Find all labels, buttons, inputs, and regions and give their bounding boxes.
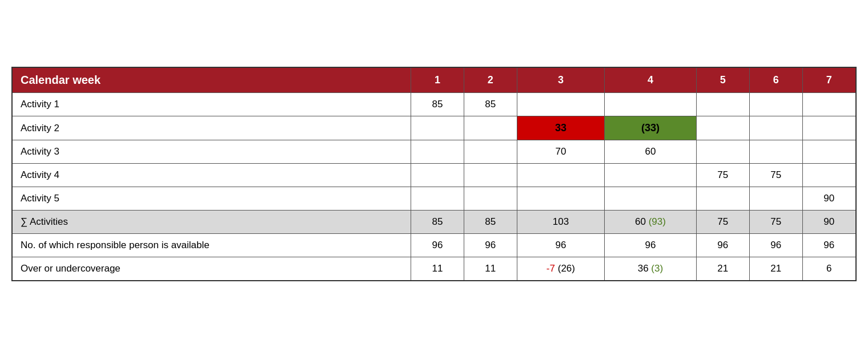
activity-1-row: Activity 1 85 85 — [12, 93, 856, 116]
header-col3: 3 — [517, 67, 604, 93]
sum-w7: 90 — [802, 211, 856, 234]
activity-3-label: Activity 3 — [12, 140, 411, 164]
responsible-w1: 96 — [411, 234, 464, 257]
activity-1-label: Activity 1 — [12, 93, 411, 116]
overage-w4-normal: 36 — [638, 263, 649, 274]
overage-w7: 6 — [802, 257, 856, 281]
activity-4-w1 — [411, 164, 464, 187]
overage-label: Over or undercoverage — [12, 257, 411, 281]
activity-5-w6 — [749, 187, 802, 211]
calendar-week-table: Calendar week 1 2 3 4 5 6 7 Activity 1 8… — [11, 67, 857, 281]
activity-2-w4: (33) — [605, 116, 697, 140]
activity-2-w5 — [696, 116, 749, 140]
sum-label: ∑ Activities — [12, 211, 411, 234]
responsible-w3: 96 — [517, 234, 604, 257]
activity-5-w7: 90 — [802, 187, 856, 211]
header-col6: 6 — [749, 67, 802, 93]
header-col5: 5 — [696, 67, 749, 93]
sum-w2: 85 — [464, 211, 517, 234]
schedule-table-container: Calendar week 1 2 3 4 5 6 7 Activity 1 8… — [11, 67, 857, 281]
activity-2-w3: 33 — [517, 116, 604, 140]
activity-1-w2: 85 — [464, 93, 517, 116]
activity-4-w3 — [517, 164, 604, 187]
header-col7: 7 — [802, 67, 856, 93]
overage-w6: 21 — [749, 257, 802, 281]
responsible-row: No. of which responsible person is avail… — [12, 234, 856, 257]
activity-4-w4 — [605, 164, 697, 187]
header-col1: 1 — [411, 67, 464, 93]
activity-5-label: Activity 5 — [12, 187, 411, 211]
header-col4: 4 — [605, 67, 697, 93]
activity-5-w3 — [517, 187, 604, 211]
header-col0: Calendar week — [12, 67, 411, 93]
activity-4-w2 — [464, 164, 517, 187]
activity-4-w7 — [802, 164, 856, 187]
sum-w4-value: 60 — [635, 216, 646, 227]
activity-1-w3 — [517, 93, 604, 116]
sum-w1: 85 — [411, 211, 464, 234]
overage-w1: 11 — [411, 257, 464, 281]
header-col2: 2 — [464, 67, 517, 93]
overage-w5: 21 — [696, 257, 749, 281]
activity-3-w4: 60 — [605, 140, 697, 164]
responsible-w4: 96 — [605, 234, 697, 257]
activity-1-w4 — [605, 93, 697, 116]
overage-w3-normal: (26) — [558, 263, 575, 274]
activity-3-w1 — [411, 140, 464, 164]
activity-3-row: Activity 3 70 60 — [12, 140, 856, 164]
activity-5-w2 — [464, 187, 517, 211]
sum-w3: 103 — [517, 211, 604, 234]
overage-w3: -7 (26) — [517, 257, 604, 281]
sum-w4-extra: (93) — [649, 216, 666, 227]
responsible-w6: 96 — [749, 234, 802, 257]
activity-2-w2 — [464, 116, 517, 140]
sum-w6: 75 — [749, 211, 802, 234]
activity-4-w5: 75 — [696, 164, 749, 187]
sum-w5: 75 — [696, 211, 749, 234]
activity-5-row: Activity 5 90 — [12, 187, 856, 211]
overage-w2: 11 — [464, 257, 517, 281]
activity-2-label: Activity 2 — [12, 116, 411, 140]
activity-4-label: Activity 4 — [12, 164, 411, 187]
overage-w3-red: -7 — [546, 263, 555, 274]
activity-2-w6 — [749, 116, 802, 140]
activity-1-w7 — [802, 93, 856, 116]
activity-4-w6: 75 — [749, 164, 802, 187]
activity-3-w3: 70 — [517, 140, 604, 164]
sum-w4: 60 (93) — [605, 211, 697, 234]
activity-1-w6 — [749, 93, 802, 116]
overage-w4-green: (3) — [651, 263, 663, 274]
activity-3-w2 — [464, 140, 517, 164]
activity-2-row: Activity 2 33 (33) — [12, 116, 856, 140]
responsible-w2: 96 — [464, 234, 517, 257]
activity-3-w6 — [749, 140, 802, 164]
sum-row: ∑ Activities 85 85 103 60 (93) 75 75 90 — [12, 211, 856, 234]
responsible-w7: 96 — [802, 234, 856, 257]
activity-3-w7 — [802, 140, 856, 164]
activity-2-w1 — [411, 116, 464, 140]
overage-row: Over or undercoverage 11 11 -7 (26) 36 (… — [12, 257, 856, 281]
activity-4-row: Activity 4 75 75 — [12, 164, 856, 187]
responsible-label: No. of which responsible person is avail… — [12, 234, 411, 257]
responsible-w5: 96 — [696, 234, 749, 257]
activity-5-w5 — [696, 187, 749, 211]
activity-2-w7 — [802, 116, 856, 140]
activity-5-w1 — [411, 187, 464, 211]
activity-5-w4 — [605, 187, 697, 211]
activity-1-w5 — [696, 93, 749, 116]
activity-1-w1: 85 — [411, 93, 464, 116]
overage-w4: 36 (3) — [605, 257, 697, 281]
activity-3-w5 — [696, 140, 749, 164]
